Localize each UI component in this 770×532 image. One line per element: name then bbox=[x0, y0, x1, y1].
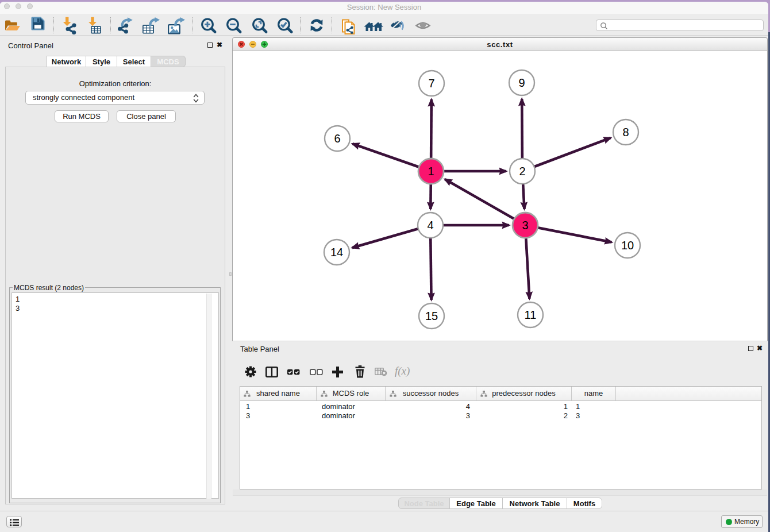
svg-text:2: 2 bbox=[519, 165, 525, 178]
svg-text:4: 4 bbox=[427, 219, 433, 232]
svg-text:3: 3 bbox=[522, 219, 528, 232]
svg-text:14: 14 bbox=[330, 246, 343, 259]
svg-text:9: 9 bbox=[518, 76, 525, 89]
svg-text:11: 11 bbox=[525, 309, 537, 321]
svg-text:6: 6 bbox=[334, 132, 340, 145]
svg-text:7: 7 bbox=[428, 77, 434, 90]
svg-text:15: 15 bbox=[425, 310, 438, 322]
svg-text:10: 10 bbox=[621, 239, 634, 252]
svg-text:8: 8 bbox=[622, 126, 629, 138]
svg-text:1: 1 bbox=[428, 165, 434, 178]
